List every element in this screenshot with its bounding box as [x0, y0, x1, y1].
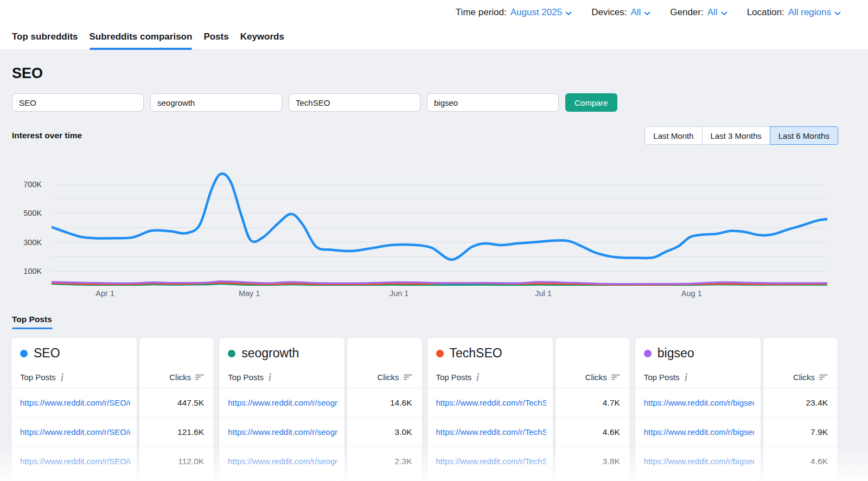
compare-button[interactable]: Compare	[565, 93, 617, 112]
card-bigseo-posts: bigseo Top Posts https://www.reddit.com/…	[635, 337, 761, 481]
x-axis-label: Aug 1	[667, 289, 716, 298]
top-posts-cards: SEO Top Posts https://www.reddit.com/r/S…	[11, 337, 838, 481]
subreddit-dot	[436, 350, 444, 357]
table-row: 121.6K	[139, 418, 214, 447]
range-last-6-months[interactable]: Last 6 Months	[770, 126, 838, 145]
filter-time-period[interactable]: Time period: August 2025	[456, 7, 572, 18]
filter-value: All regions	[788, 7, 831, 18]
post-url-link[interactable]: https://www.reddit.com/r/SEO/comments/	[20, 457, 130, 466]
filter-value: All	[630, 7, 641, 18]
range-last-month[interactable]: Last Month	[644, 126, 702, 145]
top-posts-active-underline	[12, 328, 53, 329]
filter-label: Location:	[747, 7, 784, 18]
card-techseo-posts: TechSEO Top Posts https://www.reddit.com…	[427, 337, 553, 481]
table-row: 2.3K	[347, 447, 422, 476]
subreddit-dot	[20, 350, 28, 357]
subreddit-input-3[interactable]	[289, 93, 420, 112]
card-seogrowth-clicks: Clicks 14.6K 3.0K 2.3K	[347, 337, 422, 481]
info-icon[interactable]	[268, 373, 272, 381]
sort-descending-icon[interactable]	[404, 374, 412, 380]
y-axis-label: 500K	[14, 208, 42, 219]
tab-keywords[interactable]: Keywords	[240, 31, 284, 49]
subreddit-input-2[interactable]	[150, 93, 282, 112]
y-axis-label: 300K	[14, 237, 42, 248]
post-url-link[interactable]: https://www.reddit.com/r/TechSEO/	[436, 457, 546, 466]
top-posts-column-label: Top Posts	[436, 373, 472, 382]
top-posts-column-label: Top Posts	[20, 373, 56, 382]
info-icon[interactable]	[684, 373, 688, 381]
subreddit-input-4[interactable]	[427, 93, 559, 112]
x-axis-label: May 1	[225, 289, 274, 298]
card-name: bigseo	[658, 346, 694, 361]
card-bigseo-clicks: Clicks 23.4K 7.9K 4.6K	[763, 337, 838, 481]
subreddit-group-seogrowth: seogrowth Top Posts https://www.reddit.c…	[219, 337, 422, 481]
card-seo-posts: SEO Top Posts https://www.reddit.com/r/S…	[11, 337, 137, 481]
table-row: 447.5K	[139, 388, 214, 418]
post-url-link[interactable]: https://www.reddit.com/r/bigseo/	[644, 457, 754, 466]
post-url-link[interactable]: https://www.reddit.com/r/seogrowth/	[228, 398, 338, 407]
table-row: https://www.reddit.com/r/TechSEO/	[427, 388, 553, 418]
post-url-link[interactable]: https://www.reddit.com/r/bigseo/	[644, 398, 754, 407]
filter-location[interactable]: Location: All regions	[747, 7, 841, 18]
card-name: seogrowth	[241, 346, 299, 361]
y-axis-label: 100K	[14, 266, 42, 277]
table-row: https://www.reddit.com/r/SEO/comments/	[11, 447, 137, 476]
filter-label: Gender:	[670, 7, 703, 18]
table-row: 7.9K	[763, 418, 838, 447]
filter-devices[interactable]: Devices: All	[591, 7, 650, 18]
table-row: 14.6K	[347, 388, 422, 418]
table-row: 3.0K	[347, 418, 422, 447]
table-row: https://www.reddit.com/r/bigseo/	[635, 418, 761, 447]
post-url-link[interactable]: https://www.reddit.com/r/TechSEO/	[436, 398, 546, 407]
filter-gender[interactable]: Gender: All	[670, 7, 727, 18]
card-techseo-clicks: Clicks 4.7K 4.6K 3.8K	[555, 337, 630, 481]
filter-label: Time period:	[456, 7, 507, 18]
table-row: https://www.reddit.com/r/bigseo/	[635, 447, 761, 476]
clicks-value: 447.5K	[177, 398, 204, 408]
post-url-link[interactable]: https://www.reddit.com/r/seogrowth/	[228, 457, 338, 466]
interest-over-time-title: Interest over time	[12, 131, 82, 140]
table-row: https://www.reddit.com/r/bigseo/	[635, 388, 761, 418]
subreddit-input-1[interactable]	[12, 93, 144, 112]
chevron-down-icon	[565, 11, 572, 16]
filter-label: Devices:	[591, 7, 627, 18]
sort-descending-icon[interactable]	[195, 374, 204, 380]
top-posts-column-label: Top Posts	[644, 373, 680, 382]
table-row: https://www.reddit.com/r/seogrowth/	[219, 418, 344, 447]
table-row: 4.7K	[556, 388, 630, 418]
interest-chart-area: 700K500K300K100K Apr 1May 1Jun 1Jul 1Aug…	[0, 163, 868, 304]
subreddit-dot	[644, 350, 652, 357]
interest-chart[interactable]	[52, 163, 827, 286]
sort-descending-icon[interactable]	[611, 374, 620, 380]
clicks-column-label: Clicks	[169, 373, 191, 382]
table-row: https://www.reddit.com/r/SEO/comments/	[11, 388, 137, 418]
table-row: 4.6K	[763, 447, 838, 476]
post-url-link[interactable]: https://www.reddit.com/r/SEO/comments/	[20, 398, 130, 407]
sort-descending-icon[interactable]	[819, 374, 828, 380]
tab-posts[interactable]: Posts	[203, 31, 228, 49]
x-axis-label: Apr 1	[81, 289, 130, 298]
range-last-3-months[interactable]: Last 3 Months	[702, 126, 770, 145]
clicks-value: 14.6K	[390, 398, 412, 408]
clicks-column-label: Clicks	[585, 373, 607, 382]
info-icon[interactable]	[60, 373, 65, 381]
tab-subreddits-comparison[interactable]: Subreddits comparison	[90, 31, 193, 49]
clicks-value: 4.7K	[603, 398, 620, 408]
clicks-column-label: Clicks	[378, 373, 399, 382]
post-url-link[interactable]: https://www.reddit.com/r/seogrowth/	[228, 427, 338, 437]
card-seogrowth-posts: seogrowth Top Posts https://www.reddit.c…	[219, 337, 345, 481]
subreddit-inputs-row: Compare	[12, 93, 617, 112]
clicks-value: 7.9K	[810, 427, 828, 437]
table-row: https://www.reddit.com/r/SEO/comments/	[11, 418, 137, 447]
subreddit-dot	[228, 350, 235, 357]
post-url-link[interactable]: https://www.reddit.com/r/bigseo/	[644, 427, 754, 437]
clicks-value: 23.4K	[806, 398, 828, 408]
x-axis-label: Jun 1	[375, 289, 424, 298]
top-bar: Time period: August 2025 Devices: All Ge…	[0, 0, 868, 50]
tab-top-subreddits[interactable]: Top subreddits	[12, 31, 78, 49]
series-line-SEO[interactable]	[52, 174, 827, 260]
info-icon[interactable]	[476, 373, 480, 381]
post-url-link[interactable]: https://www.reddit.com/r/TechSEO/	[436, 427, 546, 437]
post-url-link[interactable]: https://www.reddit.com/r/SEO/comments/	[20, 427, 130, 437]
table-row: https://www.reddit.com/r/TechSEO/	[427, 418, 553, 447]
